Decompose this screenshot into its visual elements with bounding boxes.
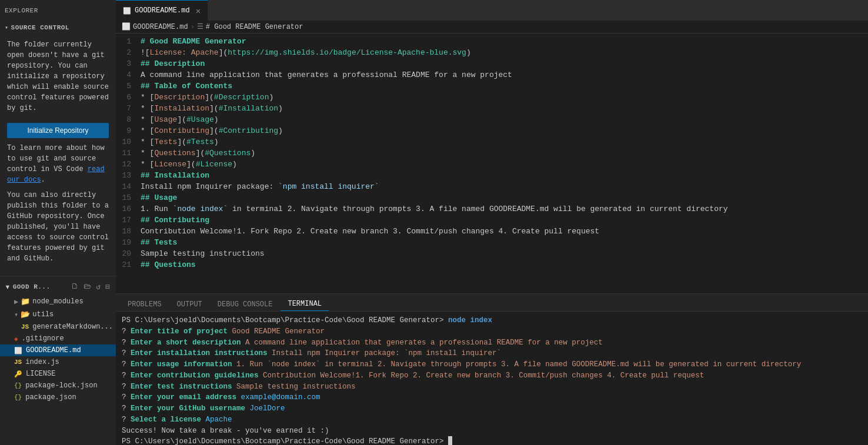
- explorer-label: EXPLORER: [5, 7, 38, 14]
- chevron-down-icon: ▾: [5, 281, 11, 293]
- code-line-17: 17 ## Contributing: [116, 215, 868, 226]
- terminal-line-7: ? Enter your email address example@domai…: [122, 392, 862, 403]
- folder-name-label: GOOD R...: [13, 283, 51, 290]
- refresh-icon[interactable]: ↺: [95, 281, 102, 293]
- publish-description: You can also directly publish this folde…: [7, 190, 109, 264]
- code-line-8: 8 * [Usage](#Usage): [116, 114, 868, 125]
- explorer-tab-label: EXPLORER: [0, 0, 116, 21]
- breadcrumb-section-icon: ☰: [197, 22, 203, 31]
- terminal-line-1: ? Enter title of project Good README Gen…: [122, 326, 862, 337]
- terminal-line-4: ? Enter usage information 1. Run `node i…: [122, 359, 862, 370]
- initialize-repository-button[interactable]: Initialize Repository: [7, 123, 109, 138]
- bottom-panel: PROBLEMS OUTPUT DEBUG CONSOLE TERMINAL P…: [116, 293, 868, 445]
- license-file-icon: 🔑: [14, 370, 22, 378]
- terminal-line-prompt: PS C:\Users\joeld\Documents\Bootcamp\Pra…: [122, 315, 862, 326]
- code-line-13: 13 ## Installation: [116, 170, 868, 181]
- explorer-section-header[interactable]: ▾ GOOD R... 🗋 🗁 ↺ ⊟: [0, 279, 116, 295]
- file-package-json[interactable]: {} package.json: [0, 392, 116, 403]
- file-license[interactable]: 🔑 LICENSE: [0, 368, 116, 380]
- sidebar: ▾ SOURCE CONTROL The folder currently op…: [0, 21, 116, 445]
- breadcrumb-icon: ⬜: [122, 22, 131, 31]
- collapse-all-icon[interactable]: ⊟: [104, 281, 111, 293]
- main-area: ▾ SOURCE CONTROL The folder currently op…: [0, 21, 868, 445]
- tab-output[interactable]: OUTPUT: [170, 298, 209, 311]
- breadcrumb: ⬜ GOODREADME.md › ☰ # Good README Genera…: [116, 21, 868, 34]
- panel-tabs: PROBLEMS OUTPUT DEBUG CONSOLE TERMINAL: [116, 294, 868, 312]
- source-control-label: SOURCE CONTROL: [11, 24, 69, 31]
- new-file-icon[interactable]: 🗋: [70, 281, 80, 293]
- file-goodreadme[interactable]: ⬜ GOODREADME.md: [0, 344, 116, 356]
- file-gitignore[interactable]: ◈ .gitignore: [0, 333, 116, 344]
- terminal-body[interactable]: PS C:\Users\joeld\Documents\Bootcamp\Pra…: [116, 312, 868, 445]
- code-editor[interactable]: 1 # Good README Generator 2 ![License: A…: [116, 34, 868, 293]
- json-file-icon: {}: [14, 382, 22, 389]
- file-package-lock[interactable]: {} package-lock.json: [0, 380, 116, 392]
- source-control-body: The folder currently open doesn't have a…: [0, 35, 116, 273]
- folder-utils[interactable]: ▾ 📂 utils: [0, 308, 116, 321]
- code-line-14: 14 Install npm Inquirer package: `npm in…: [116, 181, 868, 192]
- code-line-12: 12 * [License](#License): [116, 159, 868, 170]
- code-line-9: 9 * [Contributing](#Contributing): [116, 125, 868, 136]
- tab-terminal[interactable]: TERMINAL: [281, 297, 329, 311]
- source-control-header[interactable]: ▾ SOURCE CONTROL: [0, 21, 116, 35]
- terminal-line-3: ? Enter installation instructions Instal…: [122, 348, 862, 359]
- breadcrumb-section[interactable]: # Good README Generator: [206, 23, 303, 31]
- learn-more-text: To learn more about how to use git and s…: [7, 143, 109, 185]
- folder-action-icons: 🗋 🗁 ↺ ⊟: [70, 281, 111, 293]
- md-file-icon: ⬜: [123, 7, 131, 15]
- chevron-down-icon: ▾: [5, 24, 9, 31]
- terminal-line-8: ? Enter your GitHub username JoelDore: [122, 403, 862, 414]
- editor-container: ⬜ GOODREADME.md › ☰ # Good README Genera…: [116, 21, 868, 445]
- code-line-21: 21 ## Questions: [116, 259, 868, 270]
- code-line-3: 3 ## Description: [116, 58, 868, 69]
- tab-problems[interactable]: PROBLEMS: [121, 298, 169, 311]
- terminal-line-9: ? Select a license Apache: [122, 414, 862, 426]
- init-description: The folder currently open doesn't have a…: [7, 39, 109, 113]
- md-file-icon: ⬜: [14, 347, 22, 354]
- breadcrumb-separator: ›: [191, 23, 195, 31]
- code-line-5: 5 ## Table of Contents: [116, 81, 868, 92]
- file-generatemarkdown[interactable]: JS generateMarkdown...: [0, 321, 116, 333]
- file-tree: ▶ 📁 node_modules ▾ 📂 utils JS generateMa…: [0, 295, 116, 445]
- tab-label: GOODREADME.md: [135, 6, 190, 15]
- terminal-line-6: ? Enter test instructions Sample testing…: [122, 382, 862, 393]
- folder-icon: 📁: [21, 297, 30, 306]
- terminal-line-2: ? Enter a short description A command li…: [122, 337, 862, 349]
- code-line-6: 6 * [Description](#Description): [116, 92, 868, 103]
- chevron-right-icon: ▶: [14, 297, 18, 306]
- section-divider: [0, 276, 116, 276]
- json-file-icon: {}: [14, 394, 22, 401]
- terminal-cursor: [448, 436, 452, 445]
- code-line-2: 2 ![License: Apache](https://img.shields…: [116, 47, 868, 58]
- code-line-4: 4 A command line application that genera…: [116, 69, 868, 81]
- code-line-1: 1 # Good README Generator: [116, 36, 868, 47]
- git-file-icon: ◈: [14, 335, 18, 343]
- code-line-20: 20 Sample testing instructions: [116, 248, 868, 259]
- folder-icon: 📂: [21, 310, 30, 319]
- new-folder-icon[interactable]: 🗁: [82, 281, 92, 293]
- code-line-16: 16 1. Run `node index` in terminal 2. Na…: [116, 203, 868, 215]
- code-line-11: 11 * [Questions](#Questions): [116, 148, 868, 159]
- terminal-line-prompt2: PS C:\Users\joeld\Documents\Bootcamp\Pra…: [122, 436, 862, 445]
- tab-goodreadme[interactable]: ⬜ GOODREADME.md ✕: [116, 0, 208, 21]
- code-line-19: 19 ## Tests: [116, 237, 868, 248]
- tab-close-icon[interactable]: ✕: [196, 6, 201, 16]
- code-line-7: 7 * [Installation](#Installation): [116, 103, 868, 114]
- code-line-10: 10 * [Tests](#Tests): [116, 136, 868, 148]
- breadcrumb-filename[interactable]: GOODREADME.md: [133, 23, 188, 31]
- file-index-js[interactable]: JS index.js: [0, 356, 116, 368]
- folder-node-modules[interactable]: ▶ 📁 node_modules: [0, 295, 116, 308]
- terminal-line-success: Success! Now take a break - you've earne…: [122, 426, 862, 437]
- tab-bar: EXPLORER ⬜ GOODREADME.md ✕: [0, 0, 868, 21]
- code-line-18: 18 Contribution Welcome!1. Fork Repo 2. …: [116, 226, 868, 237]
- tab-debug-console[interactable]: DEBUG CONSOLE: [211, 298, 280, 311]
- terminal-line-5: ? Enter contribution guidelines Contribu…: [122, 370, 862, 382]
- js-file-icon: JS: [21, 323, 29, 330]
- js-file-icon: JS: [14, 359, 22, 366]
- code-line-15: 15 ## Usage: [116, 192, 868, 203]
- chevron-down-icon: ▾: [14, 310, 18, 319]
